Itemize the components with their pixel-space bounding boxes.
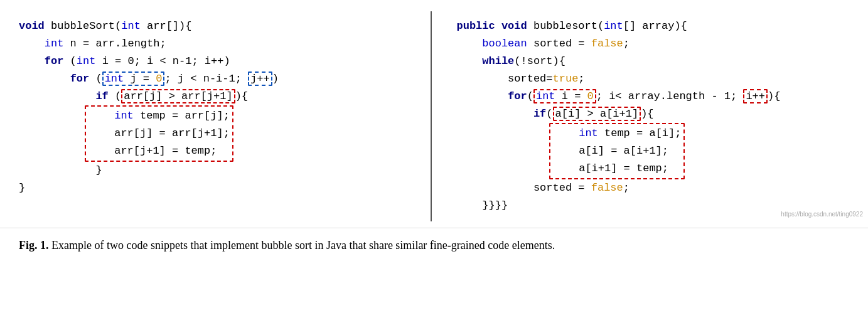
caption-section: Fig. 1. Example of two code snippets tha… <box>0 228 868 261</box>
r-line-11: }}}} <box>457 199 508 211</box>
caption-text: Fig. 1. Example of two code snippets tha… <box>19 239 555 251</box>
line-1: void bubbleSort(int arr[]){ <box>19 20 191 32</box>
line-5: if (arr[j] > arr[j+1]){ <box>19 89 248 103</box>
r-line-10: sorted = false; <box>457 182 630 194</box>
r-line-8: a[i] = a[i+1]; <box>553 145 668 157</box>
r-line-3: while(!sort){ <box>457 55 565 67</box>
line-10: } <box>19 182 25 194</box>
code-section: void bubbleSort(int arr[]){ int n = arr.… <box>0 0 868 228</box>
line-3: for (int i = 0; i < n-1; i++) <box>19 55 230 67</box>
r-line-7: int temp = a[i]; <box>553 127 681 139</box>
r-line-9: a[i+1] = temp; <box>553 162 668 174</box>
right-swap-block: int temp = a[i]; a[i] = a[i+1]; a[i+1] =… <box>549 123 685 179</box>
r-line-6: if(a[i] > a[i+1]){ <box>457 107 654 121</box>
url-watermark: https://blog.csdn.net/ting0922 <box>781 209 863 220</box>
main-container: void bubbleSort(int arr[]){ int n = arr.… <box>0 0 868 260</box>
r-line-1: public void bubblesort(int[] array){ <box>457 20 687 32</box>
swap-block: int temp = arr[j]; arr[j] = arr[j+1]; ar… <box>85 105 233 162</box>
line-7: arr[j] = arr[j+1]; <box>88 127 229 139</box>
line-2: int n = arr.length; <box>19 38 166 50</box>
caption-body: Example of two code snippets that implem… <box>51 239 555 251</box>
line-8: arr[j+1] = temp; <box>88 145 217 157</box>
line-9: } <box>19 164 102 176</box>
line-4: for (int j = 0; j < n-i-1; j++) <box>19 71 279 86</box>
right-code-panel: public void bubblesort(int[] array){ boo… <box>432 11 869 221</box>
r-line-4: sorted=true; <box>457 73 585 85</box>
fig-label: Fig. 1. <box>19 239 49 251</box>
line-6: int temp = arr[j]; <box>88 110 229 122</box>
r-line-5: for(int i = 0; i< array.length - 1; i++)… <box>457 89 781 103</box>
left-code-panel: void bubbleSort(int arr[]){ int n = arr.… <box>0 11 432 221</box>
r-line-2: boolean sorted = false; <box>457 38 630 50</box>
